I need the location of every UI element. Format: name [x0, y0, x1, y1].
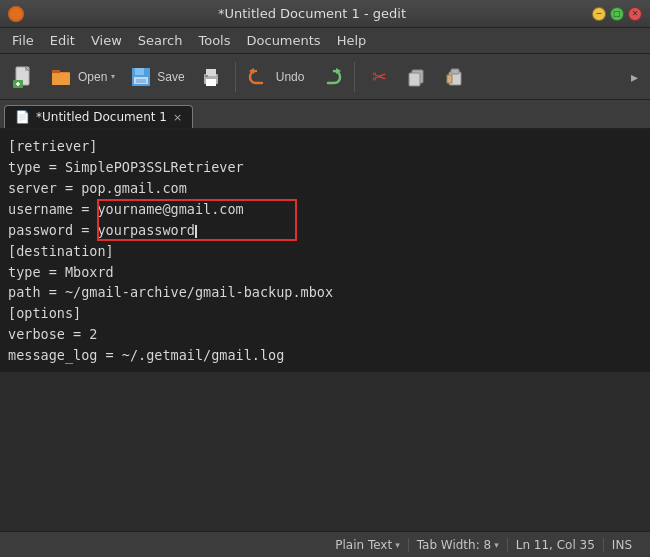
tabs-bar: 📄 *Untitled Document 1 ×	[0, 100, 650, 130]
position-label: Ln 11, Col 35	[516, 538, 595, 552]
svg-rect-22	[451, 69, 459, 74]
menu-tools[interactable]: Tools	[190, 31, 238, 50]
save-icon	[129, 65, 153, 89]
cut-icon: ✂	[367, 65, 391, 89]
language-selector[interactable]: Plain Text ▾	[327, 538, 408, 552]
svg-rect-16	[205, 75, 208, 77]
mode-label: INS	[612, 538, 632, 552]
tab-width-dropdown-arrow: ▾	[494, 540, 499, 550]
menu-edit[interactable]: Edit	[42, 31, 83, 50]
app-icon	[8, 6, 24, 22]
save-button[interactable]: Save	[123, 61, 190, 93]
undo-label: Undo	[276, 70, 305, 84]
close-button[interactable]: ✕	[628, 7, 642, 21]
copy-icon	[405, 65, 429, 89]
more-icon: ▸	[631, 69, 638, 85]
paste-icon	[443, 65, 467, 89]
print-icon	[199, 65, 223, 89]
menubar: File Edit View Search Tools Documents He…	[0, 28, 650, 54]
save-label: Save	[157, 70, 184, 84]
undo-button[interactable]: Undo	[242, 61, 311, 93]
tab-width-selector[interactable]: Tab Width: 8 ▾	[409, 538, 508, 552]
menu-search[interactable]: Search	[130, 31, 191, 50]
svg-rect-20	[409, 73, 420, 86]
minimize-button[interactable]: ─	[592, 7, 606, 21]
open-label: Open	[78, 70, 107, 84]
tab-untitled-document-1[interactable]: 📄 *Untitled Document 1 ×	[4, 105, 193, 128]
open-button[interactable]: Open ▾	[44, 61, 121, 93]
svg-rect-23	[447, 75, 452, 83]
titlebar: *Untitled Document 1 - gedit ─ □ ✕	[0, 0, 650, 28]
redo-icon	[318, 65, 342, 89]
more-button[interactable]: ▸	[625, 65, 644, 89]
svg-rect-10	[135, 68, 144, 75]
svg-rect-12	[136, 79, 146, 83]
tab-width-label: Tab Width: 8	[417, 538, 491, 552]
tab-label: *Untitled Document 1	[36, 110, 167, 124]
open-icon	[50, 65, 74, 89]
window-title: *Untitled Document 1 - gedit	[32, 6, 592, 21]
menu-documents[interactable]: Documents	[239, 31, 329, 50]
statusbar: Plain Text ▾ Tab Width: 8 ▾ Ln 11, Col 3…	[0, 531, 650, 557]
svg-rect-8	[52, 73, 70, 85]
tab-file-icon: 📄	[15, 110, 30, 124]
language-dropdown-arrow: ▾	[395, 540, 400, 550]
window-controls: ─ □ ✕	[592, 7, 642, 21]
undo-icon	[248, 65, 272, 89]
paste-button[interactable]	[437, 61, 473, 93]
toolbar-separator-1	[235, 62, 236, 92]
tab-close-button[interactable]: ×	[173, 111, 182, 124]
toolbar: Open ▾ Save	[0, 54, 650, 100]
toolbar-separator-2	[354, 62, 355, 92]
svg-rect-14	[206, 69, 216, 76]
menu-help[interactable]: Help	[329, 31, 375, 50]
menu-file[interactable]: File	[4, 31, 42, 50]
new-button[interactable]	[6, 61, 42, 93]
insert-mode: INS	[604, 538, 640, 552]
maximize-button[interactable]: □	[610, 7, 624, 21]
editor-text[interactable]: [retriever] type = SimplePOP3SSLRetrieve…	[8, 136, 642, 366]
cursor-position: Ln 11, Col 35	[508, 538, 604, 552]
new-icon	[12, 65, 36, 89]
redo-button[interactable]	[312, 61, 348, 93]
language-label: Plain Text	[335, 538, 392, 552]
svg-rect-15	[206, 79, 216, 86]
editor-area[interactable]: [retriever] type = SimplePOP3SSLRetrieve…	[0, 130, 650, 531]
open-dropdown-arrow[interactable]: ▾	[111, 72, 115, 81]
menu-view[interactable]: View	[83, 31, 130, 50]
editor-content-area[interactable]: [retriever] type = SimplePOP3SSLRetrieve…	[0, 130, 650, 372]
print-button[interactable]	[193, 61, 229, 93]
copy-button[interactable]	[399, 61, 435, 93]
cut-button[interactable]: ✂	[361, 61, 397, 93]
